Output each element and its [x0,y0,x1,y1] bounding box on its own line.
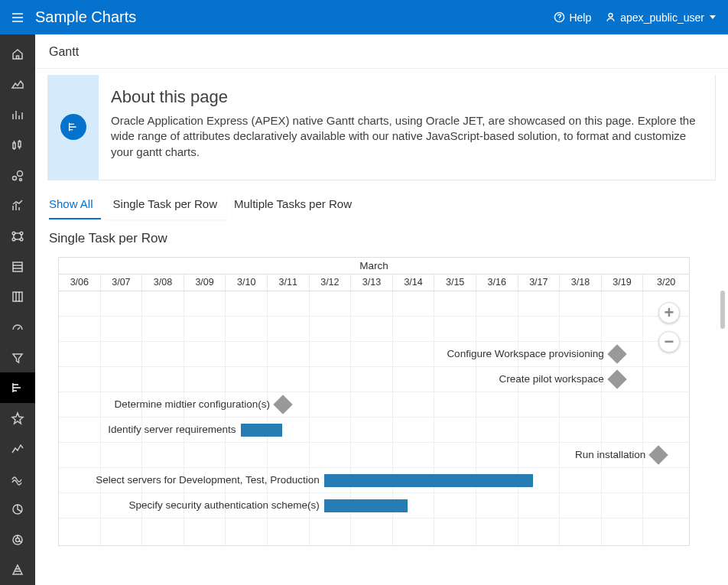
chevron-down-icon [710,15,716,19]
svg-point-6 [18,171,23,176]
gantt-day-header: 3/08 [142,275,184,291]
help-label: Help [569,11,591,24]
app-header: Sample Charts Help apex_public_user [0,0,728,34]
about-card: About this page Oracle Application Expre… [47,75,716,180]
sidebar-item-network[interactable] [0,221,35,252]
sidebar-item-line[interactable] [0,434,35,464]
gantt-icon [60,114,86,140]
gantt-task-label: Create pilot workspace [499,373,603,385]
gantt-milestone[interactable] [607,344,626,363]
gantt-task-bar[interactable] [324,474,533,487]
svg-point-11 [20,238,23,241]
svg-point-10 [12,238,15,241]
gantt-day-header: 3/17 [518,275,561,291]
gantt-task-bar[interactable] [324,499,408,512]
gantt-task-label: Run installation [575,449,645,460]
gantt-row: Specify security authentication scheme(s… [59,493,689,518]
hamburger-icon [11,11,24,24]
gantt-row: Select servers for Development, Test, Pr… [59,468,689,493]
gantt-day-header: 3/18 [560,275,602,291]
zoom-in-button[interactable]: + [658,302,680,323]
svg-rect-4 [18,141,21,147]
gantt-day-header: 3/14 [393,275,435,291]
help-link[interactable]: Help [548,11,597,24]
gantt-row: Run installation [59,443,689,468]
svg-point-8 [12,232,15,235]
gantt-day-header: 3/19 [602,275,644,291]
gantt-row: Create pilot workspace [59,367,689,392]
gantt-row: Configure Workspace provisioning [59,342,689,367]
svg-rect-14 [12,383,13,392]
help-icon [554,11,565,23]
gantt-milestone[interactable] [273,395,292,414]
sidebar-item-bubble[interactable] [0,161,35,191]
tab-multiple-tasks[interactable]: Multiple Tasks per Row [226,191,361,219]
about-body: Oracle Application Express (APEX) native… [111,113,700,160]
gantt-milestone[interactable] [649,445,668,464]
tabs: Show All Single Task per Row Multiple Ta… [35,180,728,220]
app-title: Sample Charts [35,8,136,26]
sidebar-item-table[interactable] [0,252,35,282]
gantt-vertical-scrollbar[interactable] [720,291,725,329]
gantt-rows: Configure Workspace provisioningCreate p… [59,291,689,544]
about-heading: About this page [111,87,700,107]
sidebar-item-gantt[interactable] [0,372,35,403]
gantt-day-header: 3/12 [310,275,352,291]
sidebar-item-bar[interactable] [0,99,35,130]
gantt-task-label: Configure Workspace provisioning [447,348,603,359]
user-menu[interactable]: apex_public_user [597,11,720,24]
gantt-day-header: 3/11 [268,275,310,291]
gantt-task-label: Select servers for Development, Test, Pr… [96,474,319,486]
gantt-day-header: 3/20 [643,275,689,291]
svg-rect-12 [13,262,22,271]
gantt-day-header: 3/07 [101,275,143,291]
user-icon [605,11,616,23]
gantt-row: Identify server requirements [59,418,689,443]
gantt-task-label: Identify server requirements [108,424,236,435]
gantt-chart[interactable]: March 3/063/073/083/093/103/113/123/133/… [58,257,690,546]
sidebar-item-pyramid[interactable] [0,554,35,585]
gantt-milestone[interactable] [607,369,626,388]
gantt-days-header: 3/063/073/083/093/103/113/123/133/143/15… [59,275,689,291]
gantt-task-bar[interactable] [241,424,283,437]
gantt-day-header: 3/09 [184,275,226,291]
gantt-row [59,518,689,544]
user-name: apex_public_user [620,11,704,24]
gantt-task-label: Specify security authentication scheme(s… [129,499,320,511]
tab-single-task[interactable]: Single Task per Row [106,191,226,219]
sidebar-item-pie[interactable] [0,494,35,525]
sidebar-item-area[interactable] [0,70,35,100]
sidebar-item-wave[interactable] [0,463,35,494]
tab-show-all[interactable]: Show All [49,191,101,219]
svg-point-2 [609,14,613,18]
svg-point-1 [559,19,560,20]
svg-rect-18 [69,123,70,132]
sidebar-item-gauge[interactable] [0,312,35,343]
page-title: Gantt [35,34,728,69]
sidebar-item-donut[interactable] [0,525,35,555]
sidebar-item-combo[interactable] [0,190,35,221]
sidebar-item-columns[interactable] [0,281,35,312]
sidebar-item-spark[interactable] [0,403,35,434]
gantt-container: March 3/063/073/083/093/103/113/123/133/… [58,257,716,546]
svg-rect-13 [13,292,22,301]
svg-point-7 [20,178,22,180]
gantt-month-header: March [59,258,689,275]
about-icon-column [48,75,99,180]
gantt-day-header: 3/16 [476,275,518,291]
svg-point-17 [16,538,20,541]
sidebar-item-funnel[interactable] [0,343,35,373]
section-title: Single Task per Row [35,220,728,257]
svg-point-9 [20,232,23,235]
gantt-day-header: 3/15 [434,275,476,291]
zoom-out-button[interactable]: − [658,331,680,353]
sidebar [0,34,35,585]
gantt-row [59,317,689,342]
menu-toggle-button[interactable] [0,0,35,34]
main-content: Gantt About this page Oracle Application… [35,34,728,585]
gantt-day-header: 3/10 [226,275,268,291]
sidebar-item-home[interactable] [0,39,35,70]
sidebar-item-boxplot[interactable] [0,130,35,161]
gantt-task-label: Determine midtier configuration(s) [115,398,270,410]
svg-point-5 [13,176,17,180]
